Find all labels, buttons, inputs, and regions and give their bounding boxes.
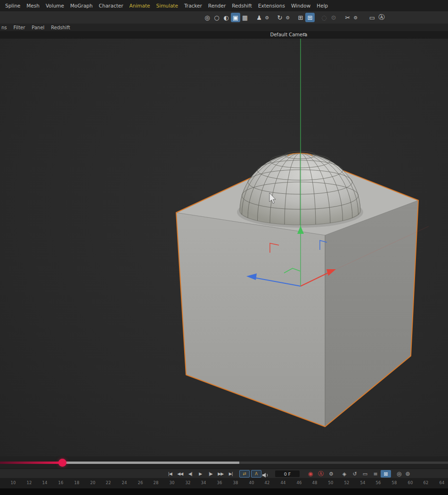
ruler-tick: 26 <box>138 480 143 485</box>
ruler-tick: 58 <box>392 480 397 485</box>
viewport-3d[interactable] <box>0 39 448 456</box>
ruler-tick: 60 <box>408 480 413 485</box>
dome-object[interactable] <box>237 151 363 228</box>
menu-item-mesh[interactable]: Mesh <box>26 3 40 8</box>
key-selection-toggle[interactable]: ⊠ <box>381 470 391 478</box>
timeline-track-elapsed[interactable] <box>0 462 63 464</box>
dim-gear-icon[interactable]: ⚙ <box>329 13 338 22</box>
menu-item-redshift[interactable]: Redshift <box>232 3 252 8</box>
transport-buttons: |◀ ◀◀ ◀| ▶ |▶ ▶▶ ▶| <box>165 469 236 478</box>
ruler-tick: 20 <box>90 480 96 485</box>
viewport-menu-filter[interactable]: Filter <box>14 25 25 30</box>
rotate-gear-icon[interactable]: ⚙ <box>285 13 291 22</box>
menu-item-render[interactable]: Render <box>208 3 226 8</box>
menu-item-mograph[interactable]: MoGraph <box>70 3 93 8</box>
character-gear-icon[interactable]: ⚙ <box>264 13 270 22</box>
key-diamond-toggle[interactable]: ◈ <box>339 470 350 478</box>
go-to-start-button[interactable]: |◀ <box>165 469 175 478</box>
current-frame-field[interactable]: 0 F <box>275 470 300 477</box>
viewport-menu-options-truncated[interactable]: ns <box>1 25 7 30</box>
scissors-gear-icon[interactable]: ⚙ <box>352 13 359 22</box>
viewport-menu-redshift[interactable]: Redshift <box>51 25 70 30</box>
menu-item-window[interactable]: Window <box>291 3 310 8</box>
ruler-tick: 16 <box>58 480 64 485</box>
solo-circle-button[interactable]: ◎ <box>397 470 401 477</box>
menu-item-volume[interactable]: Volume <box>46 3 64 8</box>
key-parameter-toggle[interactable]: ≡ <box>370 470 381 478</box>
ruler-tick: 38 <box>233 480 238 485</box>
character-figure-icon[interactable]: ♟ <box>254 13 264 22</box>
menu-item-extensions[interactable]: Extensions <box>258 3 285 8</box>
ruler-tick: 24 <box>122 480 127 485</box>
grid-quantize-icon[interactable]: ⊞ <box>305 13 315 22</box>
ruler-tick: 46 <box>297 480 302 485</box>
rotate-snap-icon[interactable]: ↻ <box>275 13 285 22</box>
menu-item-spline[interactable]: Spline <box>5 3 20 8</box>
dim-circle-icon[interactable]: ◌ <box>319 13 329 22</box>
key-rotation-toggle[interactable]: ↺ <box>350 470 360 478</box>
go-to-end-button[interactable]: ▶| <box>226 469 236 478</box>
pen-circle-button[interactable]: ⊚ <box>405 470 410 477</box>
grid-icon[interactable]: ⊞ <box>296 13 305 22</box>
marker-toggle[interactable]: A <box>251 470 261 478</box>
ruler-tick: 14 <box>42 480 48 485</box>
viewport-scene <box>0 39 448 456</box>
next-frame-button[interactable]: |▶ <box>205 469 216 478</box>
timeline-option-group: ◎ ⊚ <box>397 469 410 478</box>
record-button[interactable]: ◉ <box>305 470 316 477</box>
autokey-button[interactable]: Ⓐ <box>316 470 326 478</box>
cube-right-face[interactable] <box>325 200 418 427</box>
next-key-button[interactable]: ▶▶ <box>216 469 226 478</box>
cycle-toggle[interactable]: ⇄ <box>239 470 250 478</box>
circle-icon[interactable]: ○ <box>212 13 221 22</box>
timeline-playhead[interactable] <box>58 459 66 467</box>
ruler-tick: 36 <box>217 480 222 485</box>
annotation-icon[interactable]: Ⓐ <box>377 13 386 22</box>
ruler-tick: 42 <box>265 480 270 485</box>
ruler-tick: 10 <box>11 480 16 485</box>
key-scale-toggle[interactable]: ▭ <box>360 470 370 478</box>
shaded-cube-icon[interactable]: ▦ <box>240 13 250 22</box>
menu-item-help[interactable]: Help <box>317 3 328 8</box>
cube-left-face[interactable] <box>176 213 325 427</box>
viewport-menubar: ns Filter Panel Redshift <box>0 24 448 32</box>
ruler-tick: 28 <box>154 480 159 485</box>
viewport-menu-panel[interactable]: Panel <box>32 25 44 30</box>
menu-item-animate[interactable]: Animate <box>130 3 150 8</box>
play-button[interactable]: ▶ <box>195 469 206 478</box>
ruler-tick: 62 <box>424 480 429 485</box>
previous-frame-button[interactable]: ◀| <box>185 469 195 478</box>
ruler-tick: 40 <box>249 480 254 485</box>
previous-key-button[interactable]: ◀◀ <box>175 469 186 478</box>
timeline-slider[interactable] <box>0 456 448 469</box>
sound-icon[interactable] <box>262 471 269 477</box>
menu-item-character[interactable]: Character <box>99 3 123 8</box>
frame-ruler[interactable]: 10 12 14 16 18 20 22 24 26 28 30 32 34 3… <box>0 478 448 488</box>
ruler-tick: 18 <box>74 480 80 485</box>
ruler-tick: 32 <box>186 480 191 485</box>
menu-item-tracker[interactable]: Tracker <box>184 3 202 8</box>
camera-swap-icon[interactable]: ⊡ <box>302 32 306 37</box>
icon-toolbar: ◎ ○ ◐ ▣ ▦ ♟ ⚙ ↻ ⚙ ⊞ ⊞ ◌ ⚙ ✂ ⚙ ▭ Ⓐ <box>0 11 448 24</box>
half-shaded-circle-icon[interactable]: ◐ <box>221 13 231 22</box>
playback-toggle-group: ⇄ A <box>239 470 261 478</box>
viewport-camera-bar: Default Camera ⊡ <box>0 31 448 39</box>
cube-icon[interactable]: ▣ <box>231 13 240 22</box>
bottom-bar <box>0 488 448 495</box>
ruler-tick: 22 <box>106 480 111 485</box>
scissors-icon[interactable]: ✂ <box>343 13 352 22</box>
circle-dot-icon[interactable]: ◎ <box>203 13 212 22</box>
transport-bar: |◀ ◀◀ ◀| ▶ |▶ ▶▶ ▶| ⇄ A 0 F ◉ Ⓐ ⚙ ◈ ↺ ▭ <box>0 469 448 478</box>
ruler-tick: 54 <box>360 480 366 485</box>
menu-item-simulate[interactable]: Simulate <box>156 3 178 8</box>
ruler-tick: 64 <box>440 480 445 485</box>
workplane-icon[interactable]: ▭ <box>367 13 377 22</box>
ruler-tick: 52 <box>344 480 350 485</box>
record-button-group: ◉ Ⓐ ⚙ <box>305 469 336 478</box>
toolbar-icon-group: ◎ ○ ◐ ▣ ▦ ♟ ⚙ ↻ ⚙ ⊞ ⊞ ◌ ⚙ ✂ ⚙ ▭ Ⓐ <box>203 11 386 24</box>
ruler-tick: 56 <box>376 480 381 485</box>
camera-name-label[interactable]: Default Camera <box>270 32 308 37</box>
keying-gear-button[interactable]: ⚙ <box>326 471 336 477</box>
ruler-tick: 34 <box>201 480 206 485</box>
ruler-tick: 12 <box>27 480 32 485</box>
